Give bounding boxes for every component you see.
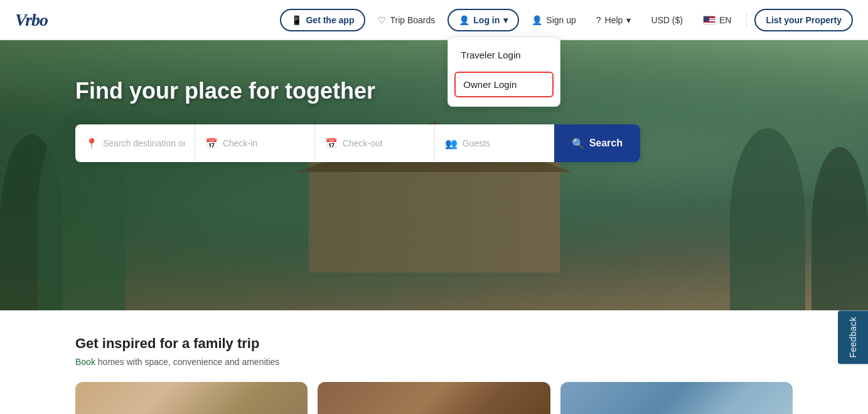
search-button[interactable]: 🔍 Search	[554, 124, 640, 162]
person-icon: 👤	[459, 15, 469, 25]
help-button[interactable]: ? Help ▾	[589, 10, 639, 30]
login-dropdown-wrapper: 👤 Log in ▾ Traveler Login Owner Login	[447, 9, 519, 31]
help-chevron-icon: ▾	[626, 15, 631, 25]
checkout-calendar-icon: 📅	[325, 138, 338, 150]
nav-divider	[746, 13, 747, 28]
property-card-3[interactable]	[560, 382, 793, 414]
flag-icon	[703, 16, 715, 25]
get-app-button[interactable]: 📱 Get the app	[280, 9, 365, 31]
feedback-tab[interactable]: Feedback	[838, 310, 868, 364]
phone-icon: 📱	[291, 15, 302, 25]
checkin-field[interactable]: 📅	[195, 124, 315, 162]
checkin-input[interactable]	[223, 138, 304, 148]
guests-field[interactable]: 👥	[435, 124, 554, 162]
owner-login-item[interactable]: Owner Login	[454, 72, 554, 97]
checkout-input[interactable]	[343, 138, 424, 148]
hero-title: Find your place for together	[75, 78, 452, 104]
login-dropdown-menu: Traveler Login Owner Login	[447, 36, 560, 107]
section-subtitle: Book homes with space, convenience and a…	[75, 357, 793, 367]
signup-button[interactable]: 👤 Sign up	[524, 10, 583, 30]
section-subtitle-rest: homes with space, convenience and amenit…	[98, 357, 280, 367]
guests-input[interactable]	[463, 138, 544, 148]
location-icon: 📍	[85, 138, 98, 150]
search-bar: 📍 📅 📅 👥 🔍 Search	[75, 124, 640, 162]
question-icon: ?	[596, 15, 601, 25]
section-title: Get inspired for a family trip	[75, 335, 793, 352]
heart-icon: ♡	[378, 15, 386, 25]
destination-input[interactable]	[103, 138, 185, 148]
list-property-button[interactable]: List your Property	[754, 9, 853, 31]
search-icon: 🔍	[572, 138, 584, 150]
chevron-down-icon: ▾	[503, 15, 508, 25]
person-icon-signup: 👤	[532, 15, 542, 25]
guests-icon: 👥	[445, 138, 458, 150]
traveler-login-item[interactable]: Traveler Login	[448, 42, 560, 68]
language-button[interactable]: EN	[695, 10, 739, 30]
property-card-1[interactable]	[75, 382, 308, 414]
checkin-calendar-icon: 📅	[205, 138, 218, 150]
nav-bar: 📱 Get the app ♡ Trip Boards 👤 Log in ▾ T…	[280, 9, 853, 31]
login-button[interactable]: 👤 Log in ▾	[447, 9, 519, 31]
property-cards	[75, 382, 793, 414]
trip-boards-button[interactable]: ♡ Trip Boards	[370, 10, 442, 30]
property-card-2[interactable]	[318, 382, 550, 414]
hero-section: Find your place for together 📍 📅 📅 👥	[0, 40, 868, 310]
logo[interactable]: Vrbo	[15, 10, 48, 30]
header: Vrbo 📱 Get the app ♡ Trip Boards 👤 Log i…	[0, 0, 868, 40]
currency-button[interactable]: USD ($)	[643, 10, 690, 30]
content-section: Get inspired for a family trip Book home…	[0, 310, 868, 414]
checkout-field[interactable]: 📅	[315, 124, 435, 162]
hero-content: Find your place for together 📍 📅 📅 👥	[0, 40, 868, 187]
section-subtitle-highlight: Book	[75, 357, 95, 367]
destination-field[interactable]: 📍	[75, 124, 195, 162]
